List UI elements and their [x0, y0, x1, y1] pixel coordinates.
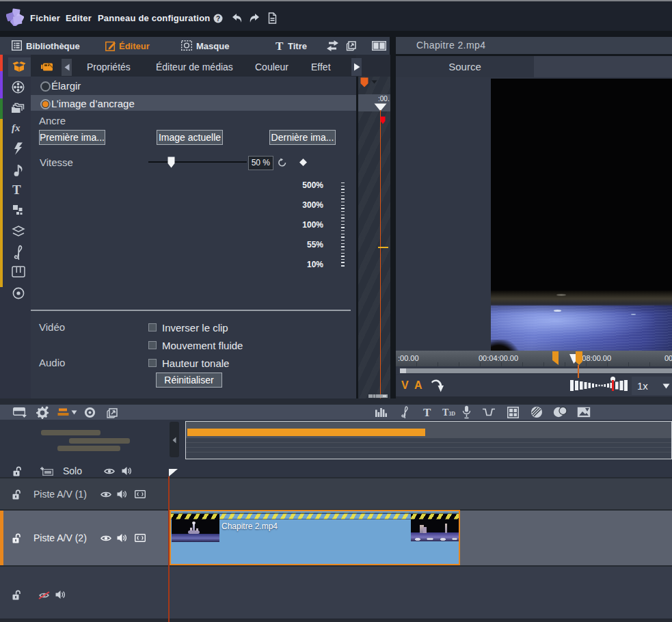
svg-text:?: ? — [216, 15, 220, 23]
